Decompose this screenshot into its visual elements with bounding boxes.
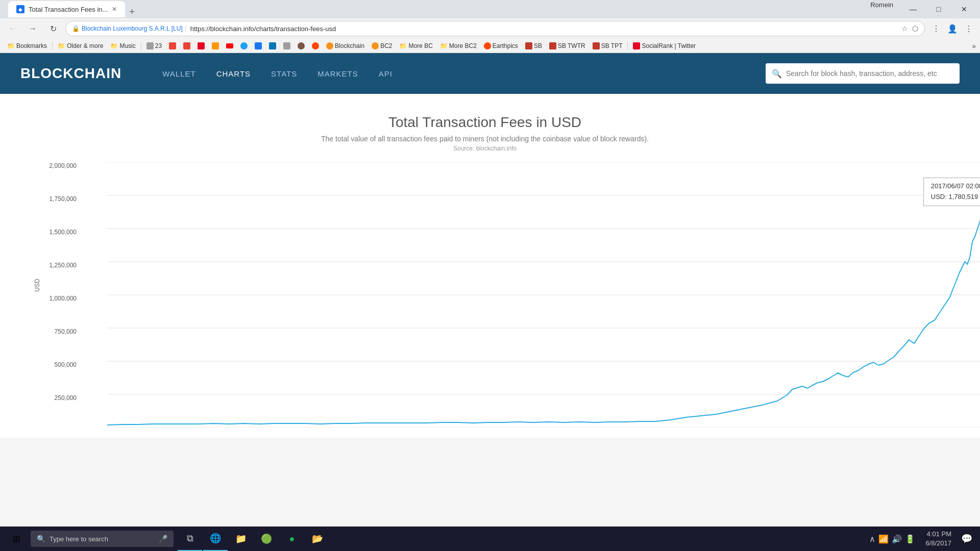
address-bar[interactable]: 🔒 Blockchain Luxembourg S.A.R.L [LU] | h… [65,21,925,36]
window-controls: Romein — □ ✕ [870,1,976,17]
cast-icon[interactable]: ⬡ [912,24,918,33]
bookmark-label: Music [119,42,135,49]
chevron-up-icon[interactable]: ∧ [869,534,875,544]
favicon [255,42,262,49]
favicon [283,42,290,49]
bookmark-blockchain[interactable]: Blockchain [323,41,368,51]
bookmark-reddit[interactable] [309,41,322,51]
url-text[interactable]: https://blockchain.info/charts/transacti… [190,25,897,33]
bookmark-socialrank-twitter[interactable]: SocialRank | Twitter [630,41,699,51]
back-button[interactable]: ← [4,20,20,37]
network-icon[interactable]: 📶 [878,534,889,544]
bookmark-sb-twtr[interactable]: SB TWTR [546,41,589,51]
favicon [549,42,556,49]
nav-wallet[interactable]: WALLET [162,69,195,78]
bookmark-ext2[interactable] [280,41,293,51]
bookmark-facebook[interactable] [252,41,265,51]
taskbar-search[interactable]: 🔍 Type here to search 🎤 [31,531,174,547]
taskbar-explorer[interactable]: 📁 [229,527,253,551]
separator [141,42,141,50]
favicon [312,42,319,49]
profile-button[interactable]: 👤 [945,21,960,36]
settings-button[interactable]: ⋮ [962,21,976,36]
bookmark-sb-tpt[interactable]: SB TPT [590,41,626,51]
y-tick-500000: 500,000 [55,361,77,368]
bookmark-ext3[interactable] [295,41,308,51]
bookmark-maps[interactable] [180,41,193,51]
extensions-button[interactable]: ⋮ [929,21,943,36]
address-bar-row: ← → ↻ 🔒 Blockchain Luxembourg S.A.R.L [L… [0,18,980,39]
active-tab[interactable]: ◆ Total Transaction Fees in... ✕ [8,1,125,17]
nav-stats[interactable]: STATS [271,69,297,78]
security-text: Blockchain Luxembourg S.A.R.L [LU] [82,25,183,32]
nav-charts[interactable]: CHARTS [216,69,251,78]
chart-container: Total Transaction Fees in USD The total … [0,94,980,438]
bookmark-more-bc[interactable]: 📁More BC [396,41,435,51]
windows-icon: ⊞ [13,533,20,544]
bookmark-twitter[interactable] [237,41,251,51]
search-input[interactable] [786,69,953,78]
chart-svg [107,162,980,428]
bookmark-star-icon[interactable]: ☆ [901,24,908,33]
favicon [593,42,600,49]
site-logo[interactable]: BLOCKCHAIN [20,65,121,82]
bookmark-label: 23 [155,42,162,49]
taskbar-search-icon: 🔍 [37,535,45,543]
tab-close-button[interactable]: ✕ [112,6,117,13]
chart-title: Total Transaction Fees in USD [20,114,949,131]
notification-button[interactable]: 💬 [958,527,976,551]
page-content: BLOCKCHAIN WALLET CHARTS STATS MARKETS A… [0,53,980,438]
bookmark-more-bc2[interactable]: 📁More BC2 [437,41,480,51]
bookmark-linkedin[interactable] [266,41,279,51]
maximize-button[interactable]: □ [927,1,950,17]
bookmark-sb[interactable]: SB [522,41,545,51]
separator [52,42,53,50]
minimize-button[interactable]: — [901,1,925,17]
favicon [326,42,333,49]
bookmarks-more-button[interactable]: » [972,42,976,50]
bookmark-bc2[interactable]: BC2 [369,41,395,51]
bookmark-item[interactable]: 📁 Bookmarks [4,41,50,51]
bookmark-amazon[interactable] [209,41,222,51]
close-button[interactable]: ✕ [952,1,976,17]
favicon [298,42,305,49]
separator [627,42,628,50]
bookmark-label: SB TWTR [558,42,585,49]
nav-api[interactable]: API [379,69,393,78]
favicon [226,43,233,48]
forward-button[interactable]: → [24,20,41,37]
bookmark-older[interactable]: 📁 Older & more [55,41,106,51]
taskbar-files[interactable]: 📂 [305,527,330,551]
taskbar-spotify[interactable]: ● [280,527,304,551]
clock-time: 4:01 PM [925,530,951,539]
bookmark-gmail[interactable] [166,41,179,51]
favicon [169,42,176,49]
reload-button[interactable]: ↻ [45,20,61,37]
bookmark-earthpics[interactable]: Earthpics [481,41,521,51]
user-name: Romein [870,1,893,17]
battery-icon[interactable]: 🔋 [905,534,915,544]
speaker-icon[interactable]: 🔊 [892,534,902,544]
folder-icon: 📁 [399,42,407,49]
new-tab-button[interactable]: + [125,7,139,17]
bookmark-label: SB TPT [601,42,623,49]
bookmark-youtube[interactable] [223,42,236,49]
bookmark-music[interactable]: 📁 Music [107,41,138,51]
tab-title: Total Transaction Fees in... [29,6,108,13]
taskbar-app3[interactable]: 🟢 [254,527,279,551]
taskbar-chrome[interactable]: 🌐 [203,527,228,551]
taskbar-task-view[interactable]: ⧉ [178,527,202,551]
taskbar-apps: ⧉ 🌐 📁 🟢 ● 📂 [178,527,330,551]
system-clock[interactable]: 4:01 PM 6/8/2017 [921,530,955,548]
taskbar-right: ∧ 📶 🔊 🔋 4:01 PM 6/8/2017 💬 [865,527,976,551]
security-badge: 🔒 Blockchain Luxembourg S.A.R.L [LU] | [72,25,186,32]
title-bar: ◆ Total Transaction Fees in... ✕ + Romei… [0,0,980,18]
favicon [146,42,154,49]
bookmark-pin[interactable] [194,41,208,51]
taskbar-search-text: Type here to search [50,535,108,543]
bookmark-ext-23[interactable]: 23 [143,41,165,51]
favicon [372,42,379,49]
nav-markets[interactable]: MARKETS [317,69,358,78]
start-button[interactable]: ⊞ [4,527,29,551]
clock-date: 6/8/2017 [925,539,951,548]
